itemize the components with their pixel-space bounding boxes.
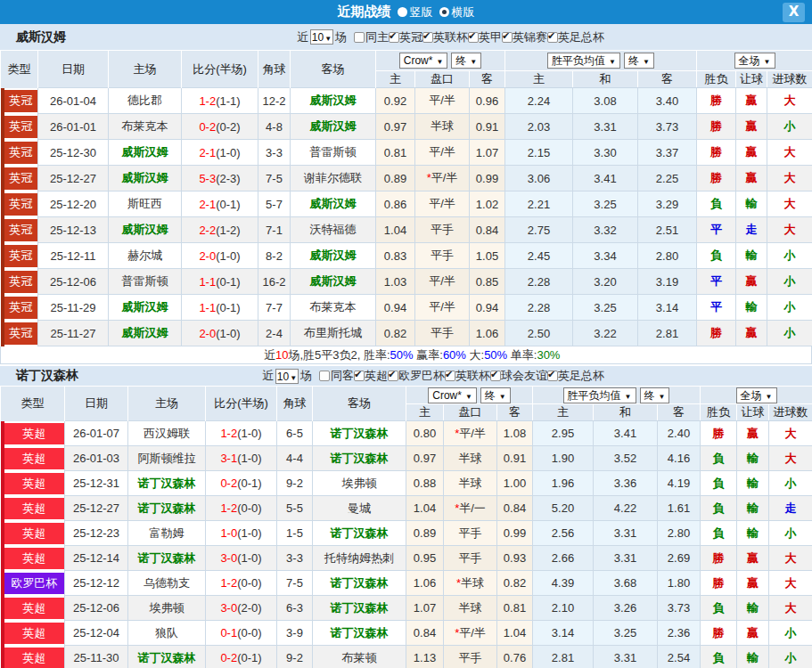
home-team[interactable]: 德比郡	[109, 88, 182, 114]
home-team[interactable]: 富勒姆	[128, 521, 206, 546]
home-team[interactable]: 诺丁汉森林	[128, 496, 206, 521]
home-team[interactable]: 威斯汉姆	[109, 140, 182, 166]
result-handicap: 輸	[737, 446, 769, 471]
close-button[interactable]: X	[783, 3, 805, 22]
home-team[interactable]: 埃弗顿	[128, 596, 206, 621]
horizontal-radio-label[interactable]: 横版	[452, 4, 475, 20]
team-name: 诺丁汉森林	[16, 368, 78, 384]
col-subheader: 客	[638, 71, 697, 88]
away-team[interactable]: 诺丁汉森林	[313, 596, 406, 621]
team-name: 威斯汉姆	[16, 29, 66, 45]
draw-odds: 3.25	[594, 621, 658, 646]
result-handicap: 贏	[736, 114, 767, 140]
final-select[interactable]: 终▼	[624, 53, 654, 69]
lose-odds: 2.69	[658, 546, 701, 571]
home-team[interactable]: 乌德勒支	[128, 571, 206, 596]
away-team[interactable]: 威斯汉姆	[291, 269, 376, 295]
fullmatch-select[interactable]: 全场▼	[736, 387, 777, 403]
avg-select[interactable]: 胜平负均值▼	[563, 387, 636, 403]
away-team[interactable]: 威斯汉姆	[291, 114, 376, 140]
filter-controls: 近 10▼ 场 同客 英超欧罗巴杯英联杯球会友谊英足总杯	[262, 368, 604, 384]
away-team[interactable]: 诺丁汉森林	[313, 446, 406, 471]
handicap-away-odds: 0.82	[497, 571, 533, 596]
home-team[interactable]: 诺丁汉森林	[128, 471, 206, 496]
home-team[interactable]: 威斯汉姆	[109, 217, 182, 243]
away-team[interactable]: 沃特福德	[291, 217, 376, 243]
avg-select[interactable]: 胜平负均值▼	[547, 53, 620, 69]
league-badge: 欧罗巴杯	[1, 571, 65, 596]
home-team[interactable]: 威斯汉姆	[109, 321, 182, 346]
home-team[interactable]: 威斯汉姆	[109, 295, 182, 321]
handicap-line: *平/半	[444, 621, 497, 646]
final-select[interactable]: 终▼	[480, 387, 511, 403]
col-subheader: 胜负	[701, 404, 737, 421]
same-venue-checkbox[interactable]	[354, 32, 365, 43]
league-badge: 英冠	[1, 269, 38, 295]
home-team[interactable]: 威斯汉姆	[109, 166, 182, 191]
away-team[interactable]: 诺丁汉森林	[313, 571, 406, 596]
away-team[interactable]: 诺丁汉森林	[313, 621, 406, 646]
away-team[interactable]: 威斯汉姆	[291, 243, 376, 269]
league-checkbox[interactable]	[445, 371, 455, 381]
final-select[interactable]: 终▼	[451, 53, 481, 69]
draw-odds: 3.41	[573, 166, 638, 191]
result-wdl: 負	[697, 243, 736, 269]
result-handicap: 輸	[737, 471, 769, 496]
league-checkbox[interactable]	[468, 32, 479, 43]
handicap-away-odds: 0.99	[497, 521, 533, 546]
away-team[interactable]: 布莱克本	[291, 295, 376, 321]
league-checkbox[interactable]	[547, 32, 558, 43]
league-checkbox[interactable]	[422, 32, 433, 43]
match-count-select[interactable]: 10▼	[275, 369, 299, 384]
result-overunder: 大	[767, 191, 812, 217]
away-team[interactable]: 谢菲尔德联	[291, 166, 376, 191]
corners: 3-3	[277, 546, 313, 571]
away-team[interactable]: 布莱顿	[313, 646, 406, 668]
win-odds: 2.75	[505, 217, 573, 243]
home-team[interactable]: 普雷斯顿	[109, 269, 182, 295]
league-checkbox[interactable]	[389, 32, 399, 43]
away-team[interactable]: 威斯汉姆	[291, 88, 376, 114]
home-team[interactable]: 诺丁汉森林	[128, 646, 206, 668]
fullmatch-select[interactable]: 全场▼	[734, 53, 775, 69]
match-row: 英超 26-01-03 阿斯顿维拉 3-1(1-0) 4-4 诺丁汉森林 0.9…	[1, 446, 812, 471]
draw-odds: 3.36	[594, 471, 658, 496]
league-checkbox[interactable]	[388, 371, 398, 381]
draw-odds: 3.08	[573, 88, 638, 114]
draw-odds: 3.32	[573, 217, 638, 243]
handicap-line: 平/半	[415, 269, 470, 295]
bookmaker-select[interactable]: Crow*▼	[428, 387, 477, 403]
lose-odds: 3.73	[638, 114, 697, 140]
same-venue-checkbox[interactable]	[319, 371, 330, 381]
league-badge: 英冠	[1, 88, 38, 114]
vertical-radio[interactable]	[398, 7, 407, 17]
away-team[interactable]: 埃弗顿	[313, 471, 406, 496]
home-team[interactable]: 赫尔城	[109, 243, 182, 269]
home-team[interactable]: 斯旺西	[109, 191, 182, 217]
away-team[interactable]: 普雷斯顿	[291, 140, 376, 166]
horizontal-radio[interactable]	[439, 7, 449, 17]
home-team[interactable]: 诺丁汉森林	[128, 546, 206, 571]
home-team[interactable]: 狼队	[128, 621, 206, 646]
league-checkbox[interactable]	[490, 371, 501, 381]
home-team[interactable]: 布莱克本	[109, 114, 182, 140]
league-checkbox[interactable]	[354, 371, 365, 381]
away-team[interactable]: 布里斯托城	[291, 321, 376, 346]
away-team[interactable]: 威斯汉姆	[291, 191, 376, 217]
vertical-radio-label[interactable]: 竖版	[410, 4, 433, 20]
result-wdl: 平	[697, 295, 736, 321]
match-count-select[interactable]: 10▼	[310, 29, 333, 45]
league-badge: 英冠	[1, 114, 38, 140]
away-team[interactable]: 诺丁汉森林	[313, 521, 406, 546]
league-checkbox[interactable]	[547, 371, 558, 381]
home-team[interactable]: 西汉姆联	[128, 421, 206, 446]
away-team[interactable]: 曼城	[313, 496, 406, 521]
match-row: 英超 25-12-23 富勒姆 1-0(1-0) 1-5 诺丁汉森林 0.89 …	[1, 521, 812, 546]
home-team[interactable]: 阿斯顿维拉	[128, 446, 206, 471]
league-checkbox[interactable]	[502, 32, 513, 43]
away-team[interactable]: 托特纳姆热刺	[313, 546, 406, 571]
away-team[interactable]: 诺丁汉森林	[313, 421, 406, 446]
bookmaker-select[interactable]: Crow*▼	[399, 53, 448, 69]
score: 3-1(1-0)	[206, 446, 277, 471]
final-select[interactable]: 终▼	[640, 387, 670, 403]
